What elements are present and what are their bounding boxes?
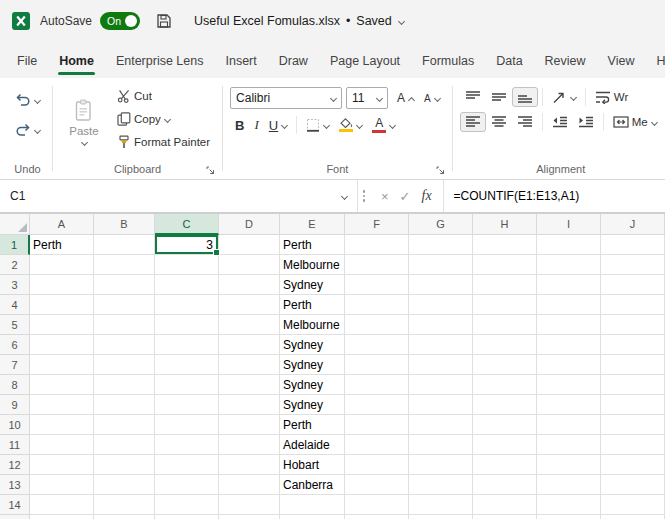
- cell-A4[interactable]: [30, 295, 94, 315]
- cell-I6[interactable]: [537, 335, 601, 355]
- cell-J11[interactable]: [601, 435, 665, 455]
- cut-button[interactable]: Cut: [112, 86, 215, 106]
- cell-H13[interactable]: [473, 475, 537, 495]
- cell-I5[interactable]: [537, 315, 601, 335]
- cell-D10[interactable]: [219, 415, 280, 435]
- cell-C7[interactable]: [155, 355, 219, 375]
- cell-C15[interactable]: [155, 515, 219, 519]
- cell-G6[interactable]: [409, 335, 473, 355]
- fill-color-button[interactable]: [334, 115, 367, 135]
- cell-D15[interactable]: [219, 515, 280, 519]
- cell-B11[interactable]: [94, 435, 155, 455]
- insert-function-icon[interactable]: fx: [422, 188, 432, 204]
- cell-A8[interactable]: [30, 375, 94, 395]
- row-header-8[interactable]: 8: [0, 375, 30, 395]
- cell-A9[interactable]: [30, 395, 94, 415]
- column-header-H[interactable]: H: [473, 214, 537, 235]
- name-box-resizer[interactable]: [358, 180, 370, 212]
- cell-B8[interactable]: [94, 375, 155, 395]
- decrease-font-size-button[interactable]: A: [419, 90, 445, 107]
- orientation-button[interactable]: [547, 87, 581, 107]
- cell-C11[interactable]: [155, 435, 219, 455]
- autosave-toggle[interactable]: On: [100, 12, 140, 30]
- cell-F11[interactable]: [345, 435, 409, 455]
- cell-F10[interactable]: [345, 415, 409, 435]
- cell-B7[interactable]: [94, 355, 155, 375]
- cell-D4[interactable]: [219, 295, 280, 315]
- clipboard-dialog-launcher[interactable]: [206, 166, 215, 175]
- cell-H6[interactable]: [473, 335, 537, 355]
- font-size-select[interactable]: 11: [346, 87, 388, 109]
- align-bottom-button[interactable]: [512, 87, 538, 107]
- cell-A14[interactable]: [30, 495, 94, 515]
- cell-J2[interactable]: [601, 255, 665, 275]
- cell-J4[interactable]: [601, 295, 665, 315]
- cell-F12[interactable]: [345, 455, 409, 475]
- cell-I11[interactable]: [537, 435, 601, 455]
- cell-I1[interactable]: [537, 235, 601, 255]
- cell-B1[interactable]: [94, 235, 155, 255]
- cell-A12[interactable]: [30, 455, 94, 475]
- cell-D12[interactable]: [219, 455, 280, 475]
- underline-button[interactable]: U: [264, 115, 292, 136]
- cell-E14[interactable]: [280, 495, 345, 515]
- cell-J10[interactable]: [601, 415, 665, 435]
- cell-F15[interactable]: [345, 515, 409, 519]
- cell-H12[interactable]: [473, 455, 537, 475]
- increase-font-size-button[interactable]: A: [392, 90, 419, 107]
- cell-I7[interactable]: [537, 355, 601, 375]
- tab-review[interactable]: Review: [534, 45, 597, 78]
- borders-button[interactable]: [301, 115, 334, 135]
- column-header-E[interactable]: E: [280, 214, 345, 235]
- cell-B15[interactable]: [94, 515, 155, 519]
- cell-B14[interactable]: [94, 495, 155, 515]
- cell-B10[interactable]: [94, 415, 155, 435]
- cell-B4[interactable]: [94, 295, 155, 315]
- cell-G1[interactable]: [409, 235, 473, 255]
- cell-C9[interactable]: [155, 395, 219, 415]
- cell-B2[interactable]: [94, 255, 155, 275]
- align-center-button[interactable]: [486, 112, 512, 132]
- cell-D13[interactable]: [219, 475, 280, 495]
- cell-A7[interactable]: [30, 355, 94, 375]
- cell-J1[interactable]: [601, 235, 665, 255]
- cell-D2[interactable]: [219, 255, 280, 275]
- column-header-G[interactable]: G: [409, 214, 473, 235]
- row-header-2[interactable]: 2: [0, 255, 30, 275]
- cell-J15[interactable]: [601, 515, 665, 519]
- cell-F14[interactable]: [345, 495, 409, 515]
- row-header-1[interactable]: 1: [0, 235, 30, 255]
- cell-E4[interactable]: Perth: [280, 295, 345, 315]
- tab-view[interactable]: View: [597, 45, 646, 78]
- row-header-15[interactable]: 15: [0, 515, 30, 519]
- cell-J8[interactable]: [601, 375, 665, 395]
- cell-E1[interactable]: Perth: [280, 235, 345, 255]
- cell-A5[interactable]: [30, 315, 94, 335]
- tab-file[interactable]: File: [6, 45, 48, 78]
- cell-C10[interactable]: [155, 415, 219, 435]
- row-header-6[interactable]: 6: [0, 335, 30, 355]
- save-icon[interactable]: [156, 13, 172, 29]
- cell-J12[interactable]: [601, 455, 665, 475]
- cell-G9[interactable]: [409, 395, 473, 415]
- font-dialog-launcher[interactable]: [436, 166, 445, 175]
- cell-E2[interactable]: Melbourne: [280, 255, 345, 275]
- cell-H11[interactable]: [473, 435, 537, 455]
- row-header-13[interactable]: 13: [0, 475, 30, 495]
- column-header-I[interactable]: I: [537, 214, 601, 235]
- cell-G11[interactable]: [409, 435, 473, 455]
- cell-D8[interactable]: [219, 375, 280, 395]
- cell-J13[interactable]: [601, 475, 665, 495]
- cell-G10[interactable]: [409, 415, 473, 435]
- cell-A11[interactable]: [30, 435, 94, 455]
- row-header-14[interactable]: 14: [0, 495, 30, 515]
- cell-E10[interactable]: Perth: [280, 415, 345, 435]
- cell-H14[interactable]: [473, 495, 537, 515]
- cell-B6[interactable]: [94, 335, 155, 355]
- cell-B9[interactable]: [94, 395, 155, 415]
- cell-F4[interactable]: [345, 295, 409, 315]
- cell-I15[interactable]: [537, 515, 601, 519]
- cell-H5[interactable]: [473, 315, 537, 335]
- cell-H2[interactable]: [473, 255, 537, 275]
- column-header-A[interactable]: A: [30, 214, 94, 235]
